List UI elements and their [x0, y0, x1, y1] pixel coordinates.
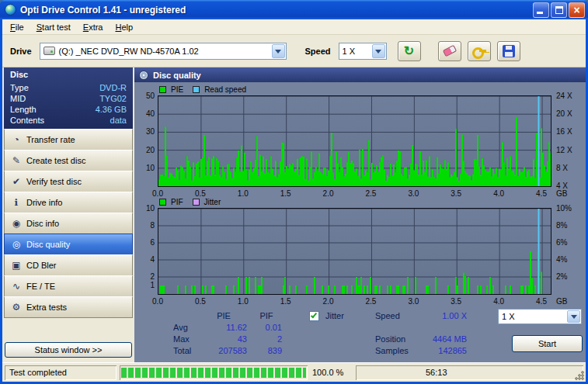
disc-quality-icon: ◎: [9, 239, 23, 250]
disc-type-label: Type: [10, 83, 29, 92]
pif-legend-label: PIF: [171, 198, 183, 206]
sidebar-item-create-test-disc[interactable]: ✎ Create test disc: [4, 150, 133, 171]
avg-pif-value: 0.01: [251, 323, 282, 332]
menu-help[interactable]: Help: [109, 21, 139, 33]
pif-x-axis-label: 3.0: [405, 297, 422, 306]
key-icon: [472, 47, 486, 55]
sidebar-item-fe-te[interactable]: ∿ FE / TE: [4, 275, 133, 297]
drive-info-icon: ℹ: [9, 197, 23, 208]
pie-y-axis-label: 20: [134, 146, 155, 154]
erase-disc-button[interactable]: [438, 41, 461, 61]
elapsed-time: 56:13: [356, 365, 583, 380]
disc-contents-row: Contents data: [4, 115, 133, 126]
pif-chart: [158, 208, 551, 295]
drive-combobox[interactable]: (Q:) _NEC DVD_RW ND-4570A 1.02: [40, 43, 287, 60]
disc-mid-value: TYG02: [99, 94, 127, 103]
app-window: Opti Drive Control 1.41 - unregistered ×…: [0, 0, 588, 384]
samples-stat-value: 142865: [405, 346, 467, 355]
progress-bar-fill: [121, 368, 306, 378]
titlebar[interactable]: Opti Drive Control 1.41 - unregistered ×: [0, 0, 588, 19]
pie-x-axis-label: 1.0: [235, 189, 252, 198]
pif-y-axis-label: 4: [134, 255, 155, 264]
close-icon: ×: [569, 3, 584, 17]
resize-grip[interactable]: [575, 371, 585, 381]
status-window-button[interactable]: Status window >>: [5, 342, 132, 358]
start-button[interactable]: Start: [512, 335, 583, 352]
test-speed-combobox-arrow[interactable]: [567, 310, 580, 323]
sidebar-item-extra-tests[interactable]: ⚙ Extra tests: [4, 296, 133, 318]
sidebar-item-transfer-rate[interactable]: ◔ Transfer rate: [4, 129, 133, 150]
pie-x-axis-label: 0.5: [192, 189, 209, 198]
menu-start-test[interactable]: Start test: [30, 21, 77, 33]
pie-y-axis-label: 50: [134, 92, 155, 100]
pif-x-axis-label: 1.0: [235, 297, 252, 306]
sidebar-spacer: [4, 318, 133, 342]
total-pie-value: 207583: [200, 346, 247, 355]
samples-stat-label: Samples: [375, 346, 409, 355]
maximize-button[interactable]: [551, 2, 567, 18]
pif-x-axis-unit: GB: [556, 297, 567, 306]
register-button[interactable]: [468, 41, 491, 61]
pie-y-axis-label: 30: [134, 127, 155, 136]
pie-x-axis-label: 2.0: [320, 189, 337, 198]
sidebar-item-cd-bler[interactable]: ▣ CD Bler: [4, 254, 133, 276]
position-stat-value: 4464 MB: [405, 334, 467, 344]
read-speed-axis-label: 16 X: [556, 127, 572, 136]
read-speed-legend-label: Read speed: [204, 85, 246, 94]
disc-type-value: DVD-R: [99, 83, 127, 92]
menu-extra[interactable]: Extra: [77, 21, 110, 33]
pie-legend-label: PIE: [171, 85, 183, 94]
pie-x-axis-unit: GB: [556, 189, 567, 198]
pif-legend-swatch: [159, 199, 166, 206]
disc-panel-title: Disc: [4, 67, 133, 82]
sidebar-item-label: Extra tests: [26, 303, 67, 312]
pie-y-axis-label: 10: [134, 164, 155, 172]
speed-combobox[interactable]: 1 X: [339, 43, 387, 60]
sidebar-item-disc-info[interactable]: ◉ Disc info: [4, 213, 133, 234]
toolbar: Drive (Q:) _NEC DVD_RW ND-4570A 1.02 Spe…: [2, 35, 586, 67]
refresh-drives-button[interactable]: ↻: [398, 41, 421, 61]
speed-stat-label: Speed: [375, 311, 400, 320]
speed-stat-value: 1.00 X: [405, 311, 467, 320]
speed-label: Speed: [305, 47, 331, 56]
jitter-legend-label: Jitter: [204, 198, 221, 206]
cd-bler-icon: ▣: [9, 260, 23, 271]
disc-length-row: Length 4.36 GB: [4, 104, 133, 115]
pie-y-axis-label: 40: [134, 109, 155, 118]
jitter-checkbox[interactable]: [309, 311, 319, 321]
pie-x-axis-label: 3.5: [447, 189, 464, 198]
total-pif-value: 839: [251, 346, 282, 355]
pif-y-axis-label: 10: [134, 204, 155, 213]
jitter-axis-label: 10%: [556, 204, 572, 213]
pie-chart-canvas: [158, 96, 551, 186]
minimize-button[interactable]: [533, 2, 549, 18]
drive-icon: [43, 47, 55, 55]
sidebar-item-drive-info[interactable]: ℹ Drive info: [4, 192, 133, 213]
menu-file[interactable]: File: [4, 21, 30, 33]
pif-y-axis-label: 1: [134, 281, 155, 289]
statusbar: Test completed 100.0 % 56:13: [2, 362, 586, 382]
drive-combobox-arrow[interactable]: [272, 44, 285, 58]
sidebar-item-verify-test-disc[interactable]: ✔ Verify test disc: [4, 171, 133, 192]
fe-te-icon: ∿: [9, 281, 23, 292]
close-button[interactable]: ×: [569, 2, 585, 18]
disc-type-row: Type DVD-R: [4, 82, 133, 93]
menubar: File Start test Extra Help: [2, 19, 586, 35]
main-panel: Disc quality PIE Read speed PIF Jitter: [134, 67, 586, 362]
disc-contents-value: data: [110, 116, 127, 125]
pif-x-axis-label: 1.5: [277, 297, 294, 306]
max-row-label: Max: [173, 334, 190, 344]
test-speed-combobox[interactable]: 1 X: [498, 309, 582, 324]
save-button[interactable]: [497, 41, 520, 61]
create-test-disc-icon: ✎: [9, 155, 23, 166]
pif-chart-canvas: [158, 209, 551, 294]
read-speed-axis-label: 8 X: [556, 164, 568, 172]
jitter-axis-label: 8%: [556, 221, 567, 230]
pif-x-axis-label: 0.5: [192, 297, 209, 306]
pie-x-axis-label: 2.5: [362, 189, 379, 198]
speed-combobox-arrow[interactable]: [372, 44, 385, 58]
position-stat-label: Position: [375, 334, 405, 344]
main-header: Disc quality: [134, 67, 586, 82]
extra-tests-icon: ⚙: [9, 302, 23, 313]
sidebar-item-disc-quality[interactable]: ◎ Disc quality: [4, 234, 133, 255]
